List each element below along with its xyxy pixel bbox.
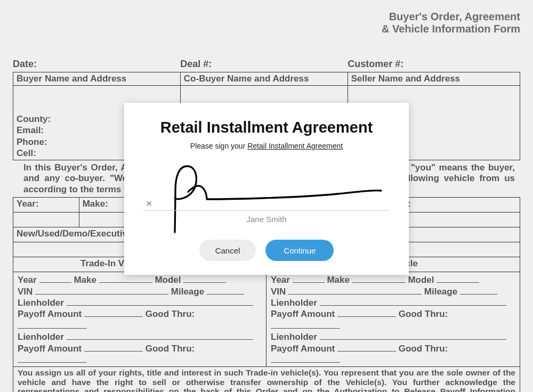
cobuyer-header: Co-Buyer Name and Address [180, 72, 348, 86]
buyer-header: Buyer Name and Address [13, 72, 181, 86]
tradein-left: Year Make Model VIN Mileage Lienholder P… [13, 272, 266, 366]
seller-header: Seller Name and Address [348, 72, 520, 86]
continue-button[interactable]: Continue [265, 240, 334, 261]
tradein-details: Year Make Model VIN Mileage Lienholder P… [13, 272, 520, 367]
tradein-right: Year Make Model VIN Mileage Lienholder P… [266, 272, 520, 366]
form-title-line1: Buyer's Order, Agreement [389, 11, 520, 22]
signature-line [143, 210, 390, 211]
date-label: Date: [13, 59, 180, 70]
modal-subtitle: Please sign your Retail Installment Agre… [140, 142, 393, 150]
disclaimer-block: You assign us all of your rights, title … [13, 367, 520, 392]
modal-title: Retail Installment Agreement [140, 119, 393, 136]
year-label: Year: [13, 198, 79, 213]
top-fields-row: Date: Deal #: Customer #: [13, 59, 520, 70]
deal-number-label: Deal #: [180, 59, 348, 70]
modal-button-row: Cancel Continue [140, 240, 393, 261]
cancel-button[interactable]: Cancel [199, 240, 256, 261]
form-title: Buyer's Order, Agreement & Vehicle Infor… [13, 11, 520, 35]
signer-name: Jane Smith [140, 215, 393, 224]
signature-pad[interactable]: ✕ Jane Smith [140, 164, 393, 223]
agreement-link[interactable]: Retail Installment Agreement [247, 142, 343, 150]
customer-number-label: Customer #: [348, 59, 520, 70]
form-title-line2: & Vehicle Information Form [382, 23, 520, 35]
signature-modal: Retail Installment Agreement Please sign… [124, 103, 409, 275]
signature-x-mark: ✕ [146, 199, 152, 209]
